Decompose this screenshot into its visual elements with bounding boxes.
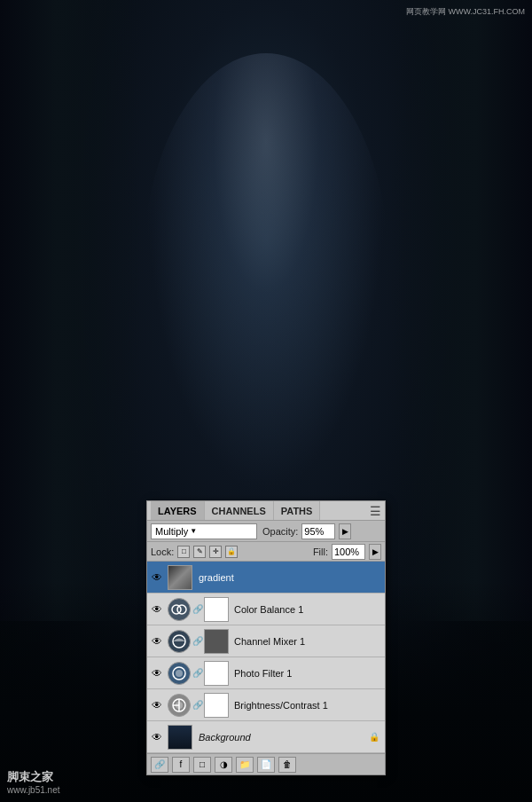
tab-paths[interactable]: PATHS <box>274 501 321 520</box>
tree-right <box>390 0 532 621</box>
layer-row-brightness-contrast[interactable]: 👁 🔗 Brightness/Contrast 1 <box>147 689 385 721</box>
panel-tabs: LAYERS CHANNELS PATHS ☰ <box>147 501 385 521</box>
lock-label: Lock: <box>151 546 174 557</box>
layer-mask-color-balance <box>204 597 229 622</box>
opacity-input[interactable]: 95% <box>301 523 335 539</box>
layer-visibility-channel-mixer[interactable]: 👁 <box>149 633 165 649</box>
layer-thumb-background <box>168 725 192 750</box>
layer-visibility-gradient[interactable]: 👁 <box>149 570 165 586</box>
tree-left <box>0 0 142 621</box>
layer-thumb-channel-mixer <box>168 630 191 653</box>
layer-thumb-photo-filter <box>168 662 191 685</box>
fill-label: Fill: <box>313 546 328 557</box>
tab-layers[interactable]: LAYERS <box>151 501 205 520</box>
figure-glow <box>142 53 390 497</box>
layer-name-color-balance: Color Balance 1 <box>234 604 383 615</box>
layer-name-gradient: gradient <box>199 572 383 583</box>
fill-input[interactable]: 100% <box>332 544 365 560</box>
lock-paint-icon[interactable]: ✎ <box>193 546 206 558</box>
blend-mode-row: Multiply ▼ Opacity: 95% ▶ <box>147 521 385 542</box>
layer-name-channel-mixer: Channel Mixer 1 <box>234 636 383 647</box>
svg-point-6 <box>176 702 183 709</box>
fill-arrow-btn[interactable]: ▶ <box>369 544 381 560</box>
watermark-top: 网页教学网 WWW.JC31.FH.COM <box>406 7 525 18</box>
layer-name-brightness-contrast: Brightness/Contrast 1 <box>234 700 383 711</box>
tab-channels[interactable]: CHANNELS <box>205 501 274 520</box>
layer-row-channel-mixer[interactable]: 👁 🔗 Channel Mixer 1 <box>147 625 385 657</box>
opacity-arrow-btn[interactable]: ▶ <box>339 523 351 539</box>
watermark-bottom: 脚束之家 www.jb51.net <box>7 769 59 795</box>
layer-chain-brightness-contrast: 🔗 <box>193 697 202 713</box>
svg-point-4 <box>176 670 183 677</box>
layer-visibility-background[interactable]: 👁 <box>149 729 165 745</box>
group-layers-btn[interactable]: 📁 <box>236 757 254 773</box>
lock-all-icon[interactable]: 🔒 <box>225 546 238 558</box>
watermark-url: www.jb51.net <box>7 785 59 795</box>
adjustment-layer-btn[interactable]: ◑ <box>215 757 232 773</box>
layers-panel: LAYERS CHANNELS PATHS ☰ Multiply ▼ Opaci… <box>146 500 386 775</box>
new-layer-btn[interactable]: 📄 <box>257 757 275 773</box>
layer-visibility-color-balance[interactable]: 👁 <box>149 602 165 617</box>
layers-list: 👁 gradient 👁 🔗 Color Balance 1 👁 <box>147 562 385 753</box>
blend-mode-arrow: ▼ <box>190 527 197 535</box>
lock-row: Lock: □ ✎ ✛ 🔒 Fill: 100% ▶ <box>147 542 385 562</box>
link-layers-btn[interactable]: 🔗 <box>151 757 168 773</box>
delete-layer-btn[interactable]: 🗑 <box>278 757 296 773</box>
blend-mode-select[interactable]: Multiply ▼ <box>151 523 257 539</box>
layer-row-photo-filter[interactable]: 👁 🔗 Photo Filter 1 <box>147 657 385 689</box>
opacity-label: Opacity: <box>262 526 298 537</box>
layer-visibility-brightness-contrast[interactable]: 👁 <box>149 697 165 713</box>
layer-chain-color-balance: 🔗 <box>193 602 202 617</box>
layer-row-gradient[interactable]: 👁 gradient <box>147 562 385 594</box>
panel-toolbar: 🔗 f □ ◑ 📁 📄 🗑 <box>147 753 385 774</box>
layer-name-photo-filter: Photo Filter 1 <box>234 668 383 679</box>
layer-mask-photo-filter <box>204 661 229 686</box>
layer-thumb-brightness-contrast <box>168 694 191 717</box>
layer-row-background[interactable]: 👁 Background 🔒 <box>147 721 385 753</box>
layer-mask-btn[interactable]: □ <box>193 757 211 773</box>
layer-name-background: Background <box>199 732 369 743</box>
layer-thumb-color-balance <box>168 598 191 621</box>
watermark-site-name: 脚束之家 <box>7 769 59 785</box>
fill-value-text: 100% <box>334 546 359 557</box>
svg-point-1 <box>177 605 186 614</box>
lock-position-icon[interactable]: ✛ <box>209 546 222 558</box>
layer-chain-channel-mixer: 🔗 <box>193 633 202 649</box>
layer-chain-photo-filter: 🔗 <box>193 665 202 681</box>
panel-menu-button[interactable]: ☰ <box>370 504 381 518</box>
lock-transparency-icon[interactable]: □ <box>177 546 190 558</box>
layer-lock-background: 🔒 <box>369 732 379 742</box>
layer-mask-channel-mixer <box>204 629 229 654</box>
opacity-value-text: 95% <box>304 526 324 537</box>
layer-thumb-gradient <box>168 565 192 590</box>
layer-mask-brightness-contrast <box>204 693 229 718</box>
layer-row-color-balance[interactable]: 👁 🔗 Color Balance 1 <box>147 594 385 625</box>
blend-mode-value: Multiply <box>155 526 188 537</box>
layer-visibility-photo-filter[interactable]: 👁 <box>149 665 165 681</box>
layer-style-btn[interactable]: f <box>172 757 190 773</box>
